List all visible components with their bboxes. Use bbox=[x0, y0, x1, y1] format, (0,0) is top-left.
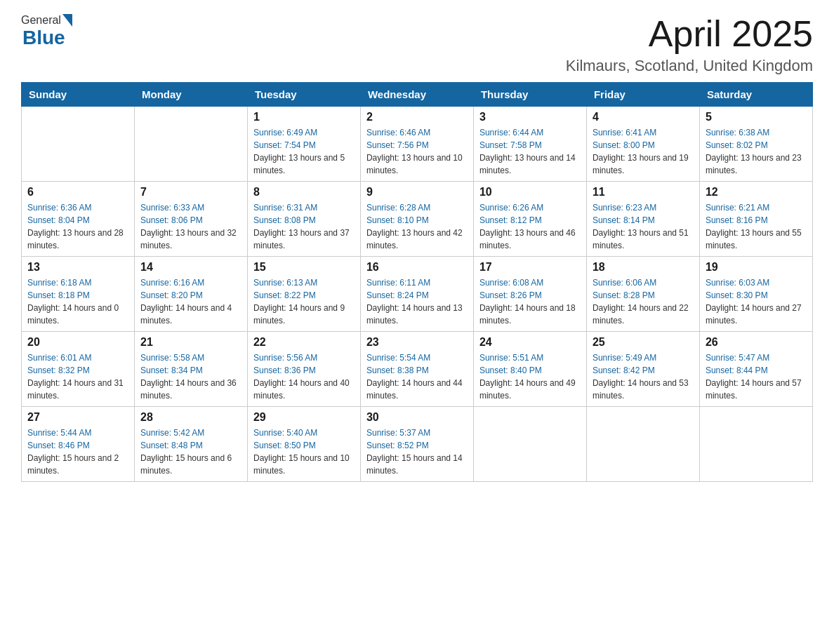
calendar-cell bbox=[473, 407, 586, 482]
calendar-cell: 4Sunrise: 6:41 AMSunset: 8:00 PMDaylight… bbox=[586, 107, 699, 182]
calendar-cell: 7Sunrise: 6:33 AMSunset: 8:06 PMDaylight… bbox=[134, 182, 247, 257]
day-info: Sunrise: 6:01 AMSunset: 8:32 PMDaylight:… bbox=[27, 351, 128, 402]
day-number: 10 bbox=[479, 186, 581, 199]
calendar-cell: 10Sunrise: 6:26 AMSunset: 8:12 PMDayligh… bbox=[473, 182, 586, 257]
sunrise-text: Sunrise: 5:44 AM bbox=[27, 427, 128, 439]
calendar-cell: 3Sunrise: 6:44 AMSunset: 7:58 PMDaylight… bbox=[473, 107, 586, 182]
sunrise-text: Sunrise: 6:36 AM bbox=[27, 201, 128, 214]
daylight-text: Daylight: 14 hours and 44 minutes. bbox=[366, 377, 468, 402]
day-number: 12 bbox=[706, 186, 807, 199]
day-number: 25 bbox=[593, 336, 694, 349]
day-number: 13 bbox=[27, 261, 128, 274]
weekday-header-sunday: Sunday bbox=[22, 83, 135, 107]
day-info: Sunrise: 6:46 AMSunset: 7:56 PMDaylight:… bbox=[366, 126, 468, 177]
day-info: Sunrise: 5:51 AMSunset: 8:40 PMDaylight:… bbox=[479, 351, 581, 402]
calendar-header: SundayMondayTuesdayWednesdayThursdayFrid… bbox=[22, 83, 813, 107]
logo-blue-text: Blue bbox=[22, 27, 65, 48]
calendar-cell: 15Sunrise: 6:13 AMSunset: 8:22 PMDayligh… bbox=[247, 257, 360, 332]
sunset-text: Sunset: 8:02 PM bbox=[706, 139, 807, 152]
calendar-cell: 24Sunrise: 5:51 AMSunset: 8:40 PMDayligh… bbox=[473, 332, 586, 407]
day-info: Sunrise: 6:28 AMSunset: 8:10 PMDaylight:… bbox=[366, 201, 468, 252]
location-text: Kilmaurs, Scotland, United Kingdom bbox=[566, 57, 813, 75]
sunrise-text: Sunrise: 6:16 AM bbox=[140, 276, 241, 289]
daylight-text: Daylight: 13 hours and 28 minutes. bbox=[27, 227, 128, 252]
day-number: 8 bbox=[253, 186, 355, 199]
sunset-text: Sunset: 7:58 PM bbox=[479, 139, 581, 152]
sunset-text: Sunset: 8:48 PM bbox=[140, 439, 241, 452]
sunset-text: Sunset: 8:18 PM bbox=[27, 289, 128, 302]
calendar-cell: 22Sunrise: 5:56 AMSunset: 8:36 PMDayligh… bbox=[247, 332, 360, 407]
weekday-header-thursday: Thursday bbox=[473, 83, 586, 107]
calendar-cell: 18Sunrise: 6:06 AMSunset: 8:28 PMDayligh… bbox=[586, 257, 699, 332]
day-number: 3 bbox=[479, 111, 581, 123]
sunrise-text: Sunrise: 6:26 AM bbox=[479, 201, 581, 214]
daylight-text: Daylight: 14 hours and 57 minutes. bbox=[706, 377, 807, 402]
calendar-cell: 23Sunrise: 5:54 AMSunset: 8:38 PMDayligh… bbox=[360, 332, 473, 407]
calendar-cell: 9Sunrise: 6:28 AMSunset: 8:10 PMDaylight… bbox=[360, 182, 473, 257]
daylight-text: Daylight: 14 hours and 13 minutes. bbox=[366, 302, 468, 327]
day-number: 18 bbox=[593, 261, 694, 274]
sunrise-text: Sunrise: 6:18 AM bbox=[27, 276, 128, 289]
sunrise-text: Sunrise: 6:41 AM bbox=[593, 126, 694, 139]
daylight-text: Daylight: 14 hours and 4 minutes. bbox=[140, 302, 241, 327]
daylight-text: Daylight: 14 hours and 0 minutes. bbox=[27, 302, 128, 327]
calendar-cell: 28Sunrise: 5:42 AMSunset: 8:48 PMDayligh… bbox=[134, 407, 247, 482]
day-info: Sunrise: 6:44 AMSunset: 7:58 PMDaylight:… bbox=[479, 126, 581, 177]
calendar-cell: 14Sunrise: 6:16 AMSunset: 8:20 PMDayligh… bbox=[134, 257, 247, 332]
sunrise-text: Sunrise: 5:51 AM bbox=[479, 351, 581, 364]
sunset-text: Sunset: 8:30 PM bbox=[706, 289, 807, 302]
day-number: 7 bbox=[140, 186, 241, 199]
sunset-text: Sunset: 8:16 PM bbox=[706, 214, 807, 227]
sunset-text: Sunset: 8:12 PM bbox=[479, 214, 581, 227]
calendar-cell bbox=[134, 107, 247, 182]
sunset-text: Sunset: 8:06 PM bbox=[140, 214, 241, 227]
calendar-cell: 6Sunrise: 6:36 AMSunset: 8:04 PMDaylight… bbox=[22, 182, 135, 257]
day-info: Sunrise: 5:56 AMSunset: 8:36 PMDaylight:… bbox=[253, 351, 355, 402]
sunrise-text: Sunrise: 6:03 AM bbox=[706, 276, 807, 289]
calendar-cell: 21Sunrise: 5:58 AMSunset: 8:34 PMDayligh… bbox=[134, 332, 247, 407]
day-info: Sunrise: 6:21 AMSunset: 8:16 PMDaylight:… bbox=[706, 201, 807, 252]
sunset-text: Sunset: 8:32 PM bbox=[27, 364, 128, 377]
sunset-text: Sunset: 8:04 PM bbox=[27, 214, 128, 227]
sunset-text: Sunset: 8:10 PM bbox=[366, 214, 468, 227]
calendar-cell: 29Sunrise: 5:40 AMSunset: 8:50 PMDayligh… bbox=[247, 407, 360, 482]
daylight-text: Daylight: 13 hours and 10 minutes. bbox=[366, 152, 468, 177]
daylight-text: Daylight: 14 hours and 49 minutes. bbox=[479, 377, 581, 402]
day-number: 1 bbox=[253, 111, 355, 123]
sunrise-text: Sunrise: 6:46 AM bbox=[366, 126, 468, 139]
day-info: Sunrise: 5:42 AMSunset: 8:48 PMDaylight:… bbox=[140, 427, 241, 477]
sunset-text: Sunset: 8:00 PM bbox=[593, 139, 694, 152]
title-area: April 2025 Kilmaurs, Scotland, United Ki… bbox=[566, 14, 813, 75]
sunrise-text: Sunrise: 6:28 AM bbox=[366, 201, 468, 214]
sunset-text: Sunset: 7:54 PM bbox=[253, 139, 355, 152]
calendar-cell: 30Sunrise: 5:37 AMSunset: 8:52 PMDayligh… bbox=[360, 407, 473, 482]
logo-general-text: General bbox=[21, 14, 61, 27]
day-info: Sunrise: 5:58 AMSunset: 8:34 PMDaylight:… bbox=[140, 351, 241, 402]
day-info: Sunrise: 6:13 AMSunset: 8:22 PMDaylight:… bbox=[253, 276, 355, 327]
day-info: Sunrise: 6:26 AMSunset: 8:12 PMDaylight:… bbox=[479, 201, 581, 252]
daylight-text: Daylight: 13 hours and 23 minutes. bbox=[706, 152, 807, 177]
calendar-cell: 26Sunrise: 5:47 AMSunset: 8:44 PMDayligh… bbox=[699, 332, 812, 407]
sunrise-text: Sunrise: 6:13 AM bbox=[253, 276, 355, 289]
calendar-cell: 19Sunrise: 6:03 AMSunset: 8:30 PMDayligh… bbox=[699, 257, 812, 332]
sunset-text: Sunset: 8:44 PM bbox=[706, 364, 807, 377]
day-number: 11 bbox=[593, 186, 694, 199]
sunrise-text: Sunrise: 5:49 AM bbox=[593, 351, 694, 364]
day-info: Sunrise: 5:40 AMSunset: 8:50 PMDaylight:… bbox=[253, 427, 355, 477]
day-number: 6 bbox=[27, 186, 128, 199]
day-number: 2 bbox=[366, 111, 468, 123]
calendar-cell bbox=[22, 107, 135, 182]
calendar-cell: 13Sunrise: 6:18 AMSunset: 8:18 PMDayligh… bbox=[22, 257, 135, 332]
daylight-text: Daylight: 14 hours and 22 minutes. bbox=[593, 302, 694, 327]
day-number: 9 bbox=[366, 186, 468, 199]
calendar-cell: 8Sunrise: 6:31 AMSunset: 8:08 PMDaylight… bbox=[247, 182, 360, 257]
sunset-text: Sunset: 7:56 PM bbox=[366, 139, 468, 152]
daylight-text: Daylight: 13 hours and 5 minutes. bbox=[253, 152, 355, 177]
sunrise-text: Sunrise: 5:40 AM bbox=[253, 427, 355, 439]
month-title: April 2025 bbox=[566, 14, 813, 54]
sunset-text: Sunset: 8:34 PM bbox=[140, 364, 241, 377]
calendar-week-4: 20Sunrise: 6:01 AMSunset: 8:32 PMDayligh… bbox=[22, 332, 813, 407]
day-info: Sunrise: 6:18 AMSunset: 8:18 PMDaylight:… bbox=[27, 276, 128, 327]
day-info: Sunrise: 5:47 AMSunset: 8:44 PMDaylight:… bbox=[706, 351, 807, 402]
sunset-text: Sunset: 8:42 PM bbox=[593, 364, 694, 377]
